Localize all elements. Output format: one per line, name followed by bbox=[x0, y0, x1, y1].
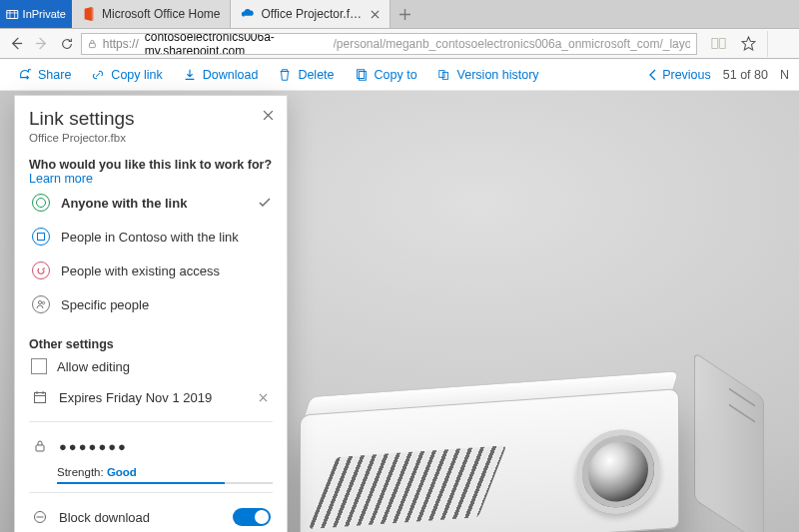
panel-title: Link settings bbox=[29, 108, 273, 130]
book-icon bbox=[711, 37, 726, 50]
inprivate-icon bbox=[6, 8, 19, 21]
copy-link-button[interactable]: Copy link bbox=[83, 64, 170, 86]
scope-option-specific[interactable]: Specific people bbox=[29, 287, 273, 321]
share-button[interactable]: Share bbox=[10, 64, 79, 86]
scope-option-anyone[interactable]: Anyone with the link bbox=[29, 186, 273, 220]
previous-label: Previous bbox=[662, 68, 711, 82]
lock-icon bbox=[31, 437, 49, 455]
block-download-label: Block download bbox=[59, 510, 150, 525]
tab-title: Microsoft Office Home bbox=[102, 7, 220, 21]
globe-icon bbox=[32, 194, 50, 212]
url-host: contosoelectronics006a-my.sharepoint.com bbox=[145, 33, 328, 55]
link-settings-panel: Link settings Office Projector.fbx Who w… bbox=[14, 95, 288, 532]
projector-model bbox=[300, 385, 719, 532]
svg-point-7 bbox=[42, 301, 44, 303]
scope-option-label: Specific people bbox=[61, 297, 149, 312]
scope-option-existing[interactable]: People with existing access bbox=[29, 254, 273, 287]
lock-icon bbox=[88, 38, 97, 50]
svg-rect-4 bbox=[438, 70, 443, 77]
block-icon bbox=[31, 508, 49, 526]
divider bbox=[29, 421, 273, 422]
scope-option-label: Anyone with the link bbox=[61, 196, 187, 211]
building-icon bbox=[32, 228, 50, 246]
refresh-button[interactable] bbox=[56, 31, 77, 57]
tab-close-button[interactable] bbox=[370, 6, 380, 22]
divider bbox=[29, 492, 273, 493]
calendar-icon bbox=[31, 388, 49, 406]
svg-rect-0 bbox=[7, 10, 18, 18]
new-tab-button[interactable] bbox=[391, 0, 418, 28]
trash-icon bbox=[278, 68, 292, 82]
refresh-people-icon bbox=[32, 262, 50, 279]
download-button[interactable]: Download bbox=[175, 64, 267, 86]
password-strength: Strength: Good bbox=[29, 466, 273, 484]
svg-rect-5 bbox=[442, 72, 447, 79]
forward-button[interactable] bbox=[31, 31, 52, 57]
copy-icon bbox=[355, 68, 369, 82]
share-label: Share bbox=[38, 68, 71, 82]
more-button[interactable] bbox=[767, 31, 793, 57]
share-icon bbox=[18, 68, 32, 82]
delete-button[interactable]: Delete bbox=[270, 64, 342, 86]
block-download-toggle[interactable] bbox=[233, 508, 271, 526]
history-icon bbox=[437, 68, 451, 82]
reading-view-button[interactable] bbox=[705, 31, 731, 57]
close-panel-button[interactable] bbox=[259, 106, 277, 124]
tab-title: Office Projector.fbx - OneDrive bbox=[261, 7, 364, 21]
download-label: Download bbox=[203, 68, 259, 82]
strength-bar bbox=[57, 482, 273, 484]
allow-editing-checkbox[interactable] bbox=[31, 358, 47, 374]
svg-point-6 bbox=[38, 300, 41, 303]
tab-office-projector[interactable]: Office Projector.fbx - OneDrive bbox=[231, 0, 391, 28]
download-icon bbox=[183, 68, 197, 82]
plus-icon bbox=[400, 9, 410, 20]
svg-rect-1 bbox=[89, 43, 95, 47]
copy-to-label: Copy to bbox=[375, 68, 417, 82]
chevron-left-icon bbox=[648, 69, 658, 81]
arrow-left-icon bbox=[9, 36, 24, 51]
next-button-truncated[interactable]: N bbox=[780, 68, 789, 82]
expiration-value: Friday Nov 1 2019 bbox=[106, 390, 212, 405]
onedrive-icon bbox=[241, 7, 255, 21]
url-input[interactable]: https://contosoelectronics006a-my.sharep… bbox=[81, 33, 697, 55]
other-settings-heading: Other settings bbox=[29, 337, 273, 351]
strength-value: Good bbox=[107, 466, 137, 478]
people-icon bbox=[32, 295, 50, 313]
inprivate-label: InPrivate bbox=[23, 8, 66, 20]
scope-question: Who would you like this link to work for… bbox=[29, 158, 273, 186]
learn-more-link[interactable]: Learn more bbox=[29, 172, 93, 186]
copy-link-label: Copy link bbox=[111, 68, 162, 82]
delete-label: Delete bbox=[298, 68, 334, 82]
url-path: /personal/meganb_contosoelectronics006a_… bbox=[334, 37, 690, 51]
refresh-icon bbox=[60, 37, 74, 51]
browser-address-bar: https://contosoelectronics006a-my.sharep… bbox=[0, 29, 799, 59]
item-counter: 51 of 80 bbox=[723, 68, 768, 82]
star-icon bbox=[741, 36, 756, 51]
password-row[interactable]: ●●●●●●● bbox=[29, 430, 273, 462]
inprivate-badge: InPrivate bbox=[0, 0, 72, 28]
allow-editing-label: Allow editing bbox=[57, 359, 130, 374]
check-icon bbox=[259, 196, 271, 211]
file-toolbar: Share Copy link Download Delete Copy to … bbox=[0, 59, 799, 91]
clear-expiration-button[interactable] bbox=[255, 389, 271, 405]
link-icon bbox=[91, 68, 105, 82]
version-history-button[interactable]: Version history bbox=[429, 64, 547, 86]
close-icon bbox=[259, 393, 268, 402]
allow-editing-row[interactable]: Allow editing bbox=[29, 351, 273, 381]
favorite-button[interactable] bbox=[735, 31, 761, 57]
copy-to-button[interactable]: Copy to bbox=[347, 64, 425, 86]
svg-rect-8 bbox=[35, 393, 46, 403]
close-icon bbox=[263, 110, 274, 121]
close-icon bbox=[371, 10, 380, 19]
block-download-row: Block download bbox=[29, 501, 273, 532]
office-icon bbox=[82, 7, 96, 21]
scope-option-label: People in Contoso with the link bbox=[61, 230, 239, 245]
browser-tabstrip: InPrivate Microsoft Office Home Office P… bbox=[0, 0, 799, 29]
scope-option-label: People with existing access bbox=[61, 264, 220, 278]
tab-office-home[interactable]: Microsoft Office Home bbox=[72, 0, 231, 28]
expiration-row[interactable]: Expires Friday Nov 1 2019 bbox=[29, 381, 273, 413]
back-button[interactable] bbox=[6, 31, 27, 57]
scope-option-org[interactable]: People in Contoso with the link bbox=[29, 220, 273, 254]
content-area: Link settings Office Projector.fbx Who w… bbox=[0, 91, 799, 532]
previous-button[interactable]: Previous bbox=[648, 68, 711, 82]
